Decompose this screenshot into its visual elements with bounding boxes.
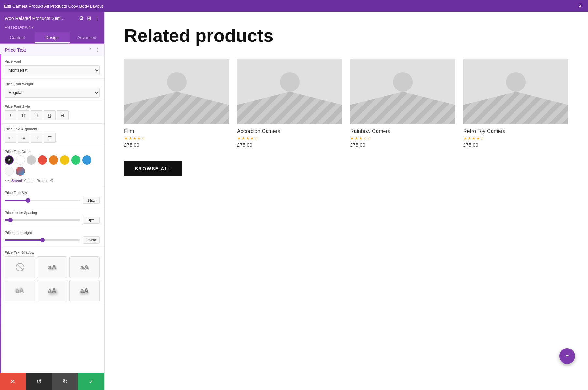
section-header-icons: ⌃ ⋮	[89, 47, 100, 53]
price-text-size-value[interactable]: 14px	[83, 197, 100, 204]
shadow-inset[interactable]: aA	[5, 280, 35, 301]
save-button[interactable]: ✓	[78, 373, 104, 390]
style-underline[interactable]: U	[44, 110, 56, 120]
tab-design[interactable]: Design	[35, 32, 69, 43]
right-canvas: Related products Film ★★★★☆ £75.00 Accor…	[105, 12, 588, 390]
product-image-3	[463, 59, 568, 124]
product-name-2: Rainbow Camera	[350, 128, 455, 134]
color-tab-global[interactable]: Global	[24, 179, 34, 183]
product-card-3[interactable]: Retro Toy Camera ★★★★☆ £75.00	[463, 59, 568, 148]
style-capitalize[interactable]: Tt	[31, 110, 42, 120]
price-text-shadow-label: Price Text Shadow	[5, 251, 100, 254]
redo-button[interactable]: ↻	[52, 373, 78, 390]
settings-icon[interactable]: ⚙	[79, 15, 84, 21]
page-title: Related products	[124, 25, 568, 46]
align-left[interactable]: ⇤	[5, 133, 16, 143]
product-stars-2: ★★★☆☆	[350, 136, 455, 141]
shadow-diffuse[interactable]: aA	[37, 280, 67, 301]
tab-content[interactable]: Content	[0, 32, 35, 43]
product-card-2[interactable]: Rainbow Camera ★★★☆☆ £75.00	[350, 59, 455, 148]
product-image-1	[237, 59, 342, 124]
product-stars-1: ★★★★☆	[237, 136, 342, 141]
close-button[interactable]: ×	[576, 2, 584, 10]
price-text-alignment-label: Price Text Alignment	[5, 127, 100, 131]
align-center[interactable]: ≡	[18, 133, 29, 143]
preset-label[interactable]: Preset: Default ▾	[0, 24, 104, 32]
product-card-0[interactable]: Film ★★★★☆ £75.00	[124, 59, 229, 148]
color-extras: ··· Saved Global Recent ⚙	[5, 177, 100, 184]
color-red[interactable]	[38, 155, 47, 165]
shadow-soft[interactable]: aA	[37, 256, 67, 278]
color-orange[interactable]	[49, 155, 58, 165]
price-font-weight-label: Price Font Weight	[5, 82, 100, 86]
price-text-color-label: Price Text Color	[5, 150, 100, 154]
price-font-weight-select[interactable]: Regular	[5, 88, 100, 98]
product-card-1[interactable]: Accordion Camera ★★★★☆ £75.00	[237, 59, 342, 148]
shadow-none[interactable]	[5, 256, 35, 278]
color-settings-icon[interactable]: ⚙	[50, 178, 54, 183]
price-letter-spacing-slider[interactable]	[5, 219, 80, 221]
price-text-size-slider[interactable]	[5, 200, 80, 201]
cancel-button[interactable]: ✕	[0, 373, 26, 390]
style-italic[interactable]: I	[5, 110, 16, 120]
color-blue[interactable]	[82, 155, 91, 165]
price-line-height-slider[interactable]	[5, 239, 80, 241]
color-lightgray[interactable]	[27, 155, 36, 165]
color-dots[interactable]: ···	[5, 177, 9, 184]
color-tab-saved[interactable]: Saved	[11, 179, 22, 183]
panel-content: Price Font Montserrat Price Font Weight …	[0, 56, 104, 373]
products-grid: Film ★★★★☆ £75.00 Accordion Camera ★★★★☆…	[124, 59, 568, 148]
product-price-3: £75.00	[463, 142, 568, 148]
align-buttons: ⇤ ≡ ⇥ ☰	[5, 133, 100, 143]
left-panel: Woo Related Products Setti... ⚙ ⊞ ⋮ Pres…	[0, 12, 105, 390]
section-header: Price Text ⌃ ⋮	[0, 43, 104, 56]
price-line-height-label: Price Line Height	[5, 231, 100, 235]
price-font-select[interactable]: Montserrat	[5, 65, 100, 75]
undo-button[interactable]: ↺	[26, 373, 52, 390]
bottom-toolbar: ✕ ↺ ↻ ✓	[0, 373, 104, 390]
product-price-2: £75.00	[350, 142, 455, 148]
color-white[interactable]	[16, 155, 25, 165]
panel-header-icons: ⚙ ⊞ ⋮	[79, 15, 100, 21]
price-text-alignment-group: Price Text Alignment ⇤ ≡ ⇥ ☰	[0, 124, 104, 146]
browse-all-button[interactable]: BROWSE ALL	[124, 161, 182, 176]
price-text-shadow-group: Price Text Shadow aA aA aA aA	[0, 247, 104, 305]
price-line-height-group: Price Line Height 2.5em	[0, 227, 104, 247]
price-font-weight-group: Price Font Weight Regular	[0, 79, 104, 101]
shadow-deep[interactable]: aA	[69, 280, 100, 301]
panel-tabs: Content Design Advanced	[0, 32, 104, 43]
price-text-size-group: Price Text Size 14px	[0, 187, 104, 207]
fab-button[interactable]: •••	[559, 348, 575, 364]
price-font-style-group: Price Font Style I TT Tt U S	[0, 101, 104, 124]
price-text-color-group: Price Text Color ✏ ···	[0, 146, 104, 187]
align-justify[interactable]: ☰	[44, 133, 56, 143]
shadow-hard[interactable]: aA	[69, 256, 100, 278]
product-name-1: Accordion Camera	[237, 128, 342, 134]
color-picker-swatch[interactable]: ✏	[5, 155, 14, 165]
more-icon[interactable]: ⋮	[94, 15, 100, 21]
color-offwhite[interactable]	[5, 167, 14, 176]
tab-advanced[interactable]: Advanced	[70, 32, 104, 43]
layout-icon[interactable]: ⊞	[87, 15, 91, 21]
section-title: Price Text	[5, 47, 26, 53]
section-more-icon[interactable]: ⋮	[95, 47, 100, 53]
product-stars-3: ★★★★☆	[463, 136, 568, 141]
color-yellow[interactable]	[60, 155, 69, 165]
price-line-height-value[interactable]: 2.5em	[83, 236, 100, 244]
style-strikethrough[interactable]: S	[57, 110, 69, 120]
price-letter-spacing-label: Price Letter Spacing	[5, 211, 100, 215]
color-gradient[interactable]	[16, 167, 25, 176]
product-name-0: Film	[124, 128, 229, 134]
product-image-2	[350, 59, 455, 124]
price-letter-spacing-value[interactable]: 1px	[83, 217, 100, 224]
color-tab-recent[interactable]: Recent	[36, 179, 48, 183]
price-letter-spacing-group: Price Letter Spacing 1px	[0, 207, 104, 227]
svg-line-1	[17, 264, 23, 270]
collapse-icon[interactable]: ⌃	[89, 47, 92, 53]
product-price-1: £75.00	[237, 142, 342, 148]
price-font-label: Price Font	[5, 59, 100, 63]
align-right[interactable]: ⇥	[31, 133, 42, 143]
color-green[interactable]	[71, 155, 80, 165]
panel-title: Woo Related Products Setti...	[5, 16, 64, 21]
style-uppercase[interactable]: TT	[18, 110, 29, 120]
